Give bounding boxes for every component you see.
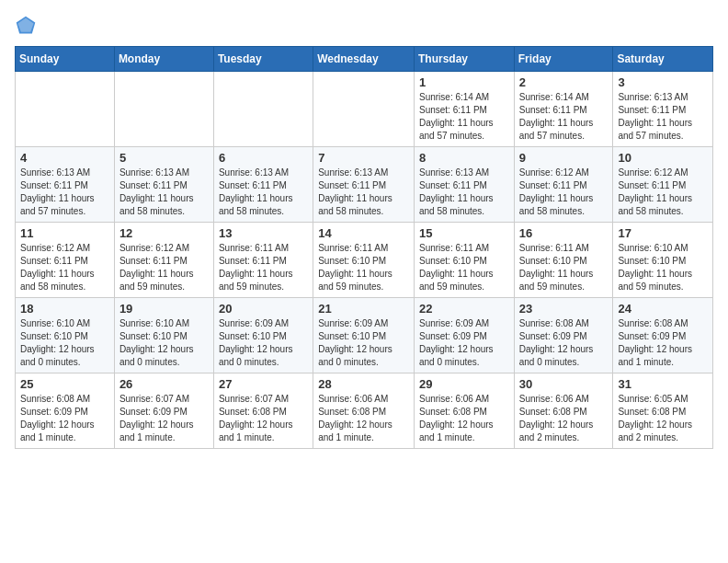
day-number: 16 xyxy=(519,226,609,240)
calendar-cell xyxy=(313,72,415,147)
day-number: 7 xyxy=(318,151,409,165)
day-info: Sunrise: 6:13 AM Sunset: 6:11 PM Dayligh… xyxy=(618,91,708,143)
day-number: 26 xyxy=(119,377,209,391)
calendar-cell xyxy=(213,72,313,147)
day-number: 23 xyxy=(519,302,609,316)
day-info: Sunrise: 6:12 AM Sunset: 6:11 PM Dayligh… xyxy=(618,167,708,218)
day-number: 27 xyxy=(219,377,308,391)
calendar-table: SundayMondayTuesdayWednesdayThursdayFrid… xyxy=(15,46,713,449)
day-info: Sunrise: 6:11 AM Sunset: 6:10 PM Dayligh… xyxy=(318,242,409,293)
day-info: Sunrise: 6:06 AM Sunset: 6:08 PM Dayligh… xyxy=(419,393,509,444)
page-header xyxy=(15,15,713,37)
day-number: 14 xyxy=(318,226,409,240)
day-info: Sunrise: 6:13 AM Sunset: 6:11 PM Dayligh… xyxy=(20,167,109,218)
day-number: 20 xyxy=(219,302,308,316)
calendar-cell: 12Sunrise: 6:12 AM Sunset: 6:11 PM Dayli… xyxy=(114,223,213,298)
calendar-cell xyxy=(114,72,213,147)
calendar-cell: 19Sunrise: 6:10 AM Sunset: 6:10 PM Dayli… xyxy=(114,298,213,373)
day-number: 22 xyxy=(419,302,509,316)
weekday-header: Tuesday xyxy=(213,47,313,72)
calendar-cell: 9Sunrise: 6:12 AM Sunset: 6:11 PM Daylig… xyxy=(514,147,613,223)
day-number: 4 xyxy=(20,151,109,165)
weekday-header: Sunday xyxy=(16,47,115,72)
weekday-header: Wednesday xyxy=(313,47,415,72)
calendar-cell: 21Sunrise: 6:09 AM Sunset: 6:10 PM Dayli… xyxy=(313,298,415,373)
weekday-header: Thursday xyxy=(414,47,514,72)
day-number: 21 xyxy=(318,302,409,316)
weekday-header: Saturday xyxy=(613,47,713,72)
calendar-cell: 15Sunrise: 6:11 AM Sunset: 6:10 PM Dayli… xyxy=(414,223,514,298)
day-info: Sunrise: 6:07 AM Sunset: 6:08 PM Dayligh… xyxy=(219,393,308,444)
day-number: 18 xyxy=(20,302,109,316)
day-info: Sunrise: 6:13 AM Sunset: 6:11 PM Dayligh… xyxy=(119,167,209,218)
day-number: 5 xyxy=(119,151,209,165)
calendar-cell: 22Sunrise: 6:09 AM Sunset: 6:09 PM Dayli… xyxy=(414,298,514,373)
day-info: Sunrise: 6:14 AM Sunset: 6:11 PM Dayligh… xyxy=(519,91,609,143)
calendar-cell: 25Sunrise: 6:08 AM Sunset: 6:09 PM Dayli… xyxy=(16,373,115,449)
day-info: Sunrise: 6:13 AM Sunset: 6:11 PM Dayligh… xyxy=(419,167,509,218)
calendar-cell: 26Sunrise: 6:07 AM Sunset: 6:09 PM Dayli… xyxy=(114,373,213,449)
day-number: 15 xyxy=(419,226,509,240)
day-info: Sunrise: 6:10 AM Sunset: 6:10 PM Dayligh… xyxy=(20,317,109,369)
calendar-cell: 23Sunrise: 6:08 AM Sunset: 6:09 PM Dayli… xyxy=(514,298,613,373)
day-number: 29 xyxy=(419,377,509,391)
calendar-cell: 3Sunrise: 6:13 AM Sunset: 6:11 PM Daylig… xyxy=(613,72,713,147)
day-info: Sunrise: 6:05 AM Sunset: 6:08 PM Dayligh… xyxy=(618,393,708,444)
logo-icon xyxy=(15,15,37,37)
calendar-cell: 28Sunrise: 6:06 AM Sunset: 6:08 PM Dayli… xyxy=(313,373,415,449)
day-info: Sunrise: 6:11 AM Sunset: 6:10 PM Dayligh… xyxy=(419,242,509,293)
weekday-header: Monday xyxy=(114,47,213,72)
calendar-cell: 2Sunrise: 6:14 AM Sunset: 6:11 PM Daylig… xyxy=(514,72,613,147)
day-info: Sunrise: 6:09 AM Sunset: 6:09 PM Dayligh… xyxy=(419,317,509,369)
day-number: 28 xyxy=(318,377,409,391)
day-info: Sunrise: 6:09 AM Sunset: 6:10 PM Dayligh… xyxy=(318,317,409,369)
calendar-cell: 1Sunrise: 6:14 AM Sunset: 6:11 PM Daylig… xyxy=(414,72,514,147)
day-number: 9 xyxy=(519,151,609,165)
day-info: Sunrise: 6:11 AM Sunset: 6:11 PM Dayligh… xyxy=(219,242,308,293)
calendar-cell: 11Sunrise: 6:12 AM Sunset: 6:11 PM Dayli… xyxy=(16,223,115,298)
day-number: 3 xyxy=(618,75,708,89)
day-number: 24 xyxy=(618,302,708,316)
day-number: 8 xyxy=(419,151,509,165)
day-number: 10 xyxy=(618,151,708,165)
day-info: Sunrise: 6:06 AM Sunset: 6:08 PM Dayligh… xyxy=(318,393,409,444)
day-info: Sunrise: 6:12 AM Sunset: 6:11 PM Dayligh… xyxy=(20,242,109,293)
calendar-week-row: 1Sunrise: 6:14 AM Sunset: 6:11 PM Daylig… xyxy=(16,72,713,147)
calendar-cell: 29Sunrise: 6:06 AM Sunset: 6:08 PM Dayli… xyxy=(414,373,514,449)
day-number: 30 xyxy=(519,377,609,391)
calendar-week-row: 11Sunrise: 6:12 AM Sunset: 6:11 PM Dayli… xyxy=(16,223,713,298)
day-info: Sunrise: 6:14 AM Sunset: 6:11 PM Dayligh… xyxy=(419,91,509,143)
day-info: Sunrise: 6:09 AM Sunset: 6:10 PM Dayligh… xyxy=(219,317,308,369)
calendar-cell: 6Sunrise: 6:13 AM Sunset: 6:11 PM Daylig… xyxy=(213,147,313,223)
day-number: 11 xyxy=(20,226,109,240)
day-info: Sunrise: 6:08 AM Sunset: 6:09 PM Dayligh… xyxy=(519,317,609,369)
calendar-cell: 10Sunrise: 6:12 AM Sunset: 6:11 PM Dayli… xyxy=(613,147,713,223)
calendar-cell: 8Sunrise: 6:13 AM Sunset: 6:11 PM Daylig… xyxy=(414,147,514,223)
day-info: Sunrise: 6:13 AM Sunset: 6:11 PM Dayligh… xyxy=(318,167,409,218)
calendar-cell: 4Sunrise: 6:13 AM Sunset: 6:11 PM Daylig… xyxy=(16,147,115,223)
day-info: Sunrise: 6:08 AM Sunset: 6:09 PM Dayligh… xyxy=(618,317,708,369)
day-info: Sunrise: 6:06 AM Sunset: 6:08 PM Dayligh… xyxy=(519,393,609,444)
calendar-week-row: 25Sunrise: 6:08 AM Sunset: 6:09 PM Dayli… xyxy=(16,373,713,449)
calendar-cell: 18Sunrise: 6:10 AM Sunset: 6:10 PM Dayli… xyxy=(16,298,115,373)
day-number: 17 xyxy=(618,226,708,240)
calendar-header-row: SundayMondayTuesdayWednesdayThursdayFrid… xyxy=(16,47,713,72)
day-number: 2 xyxy=(519,75,609,89)
calendar-cell: 5Sunrise: 6:13 AM Sunset: 6:11 PM Daylig… xyxy=(114,147,213,223)
calendar-cell: 24Sunrise: 6:08 AM Sunset: 6:09 PM Dayli… xyxy=(613,298,713,373)
calendar-cell: 17Sunrise: 6:10 AM Sunset: 6:10 PM Dayli… xyxy=(613,223,713,298)
calendar-week-row: 4Sunrise: 6:13 AM Sunset: 6:11 PM Daylig… xyxy=(16,147,713,223)
calendar-cell: 31Sunrise: 6:05 AM Sunset: 6:08 PM Dayli… xyxy=(613,373,713,449)
calendar-week-row: 18Sunrise: 6:10 AM Sunset: 6:10 PM Dayli… xyxy=(16,298,713,373)
day-info: Sunrise: 6:12 AM Sunset: 6:11 PM Dayligh… xyxy=(519,167,609,218)
day-info: Sunrise: 6:10 AM Sunset: 6:10 PM Dayligh… xyxy=(119,317,209,369)
day-info: Sunrise: 6:12 AM Sunset: 6:11 PM Dayligh… xyxy=(119,242,209,293)
calendar-cell: 13Sunrise: 6:11 AM Sunset: 6:11 PM Dayli… xyxy=(213,223,313,298)
day-number: 12 xyxy=(119,226,209,240)
calendar-cell: 27Sunrise: 6:07 AM Sunset: 6:08 PM Dayli… xyxy=(213,373,313,449)
calendar-cell: 20Sunrise: 6:09 AM Sunset: 6:10 PM Dayli… xyxy=(213,298,313,373)
calendar-cell: 16Sunrise: 6:11 AM Sunset: 6:10 PM Dayli… xyxy=(514,223,613,298)
calendar-cell xyxy=(16,72,115,147)
logo xyxy=(15,15,40,37)
day-number: 6 xyxy=(219,151,308,165)
